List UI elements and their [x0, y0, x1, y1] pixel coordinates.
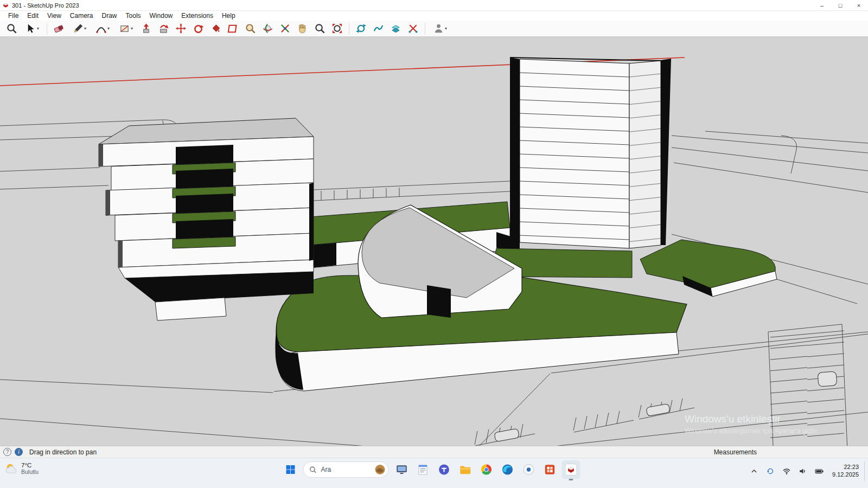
taskbar-app-office[interactable]: [541, 460, 559, 479]
windows-logo-icon: [285, 464, 297, 476]
viewport-canvas[interactable]: [0, 37, 868, 446]
menu-bar: File Edit View Camera Draw Tools Window …: [0, 11, 868, 21]
dropdown-caret-icon[interactable]: ▾: [84, 26, 86, 31]
rotate-view-icon: [355, 23, 367, 34]
menu-extensions[interactable]: Extensions: [177, 12, 217, 20]
paint-bucket-icon: [210, 23, 221, 34]
section-plane-icon: [227, 23, 239, 34]
toolbar-paint-bucket-button[interactable]: [207, 21, 224, 36]
wifi-button[interactable]: [780, 464, 793, 478]
toolbar-push-pull-button[interactable]: [138, 21, 155, 36]
toolbar-rotate-view-button[interactable]: [353, 21, 369, 36]
select-icon: [25, 23, 36, 34]
weather-temperature: 7°C: [21, 462, 39, 468]
menu-file[interactable]: File: [4, 12, 22, 20]
sync-button[interactable]: [764, 464, 777, 478]
toolbar-eraser-button[interactable]: [50, 21, 67, 36]
measurements-input[interactable]: [764, 448, 865, 457]
menu-camera[interactable]: Camera: [66, 12, 97, 20]
weather-condition: Bulutlu: [21, 468, 39, 475]
dropdown-caret-icon[interactable]: ▾: [107, 26, 110, 31]
section-cuts-icon: [407, 23, 419, 34]
system-tray: 22:23 9.12.2025: [748, 461, 867, 481]
pan-icon: [297, 23, 308, 34]
edge-icon: [501, 463, 514, 476]
office-icon: [544, 463, 557, 476]
volume-button[interactable]: [796, 464, 809, 478]
toolbar-orbit-button[interactable]: [259, 21, 276, 36]
menu-edit[interactable]: Edit: [23, 12, 42, 20]
toolbar-zoom-window-button[interactable]: [3, 21, 20, 36]
sync-icon: [765, 466, 775, 476]
toolbar-shapes-button[interactable]: ▾: [114, 21, 137, 36]
zoom-photo-icon: [245, 23, 256, 34]
taskbar-app-chrome[interactable]: [477, 460, 496, 479]
menu-help[interactable]: Help: [218, 12, 239, 20]
search-icon: [309, 466, 317, 474]
toolbar-select-button[interactable]: ▾: [21, 21, 43, 36]
battery-icon: [814, 466, 824, 476]
menu-window[interactable]: Window: [146, 12, 177, 20]
maximize-button[interactable]: □: [831, 0, 850, 11]
clock-date: 9.12.2025: [832, 471, 859, 479]
sketchup-icon: [565, 463, 578, 476]
info-icon[interactable]: i: [15, 448, 23, 456]
taskbar-app-file-explorer[interactable]: [456, 460, 475, 479]
toolbar-move-button[interactable]: [173, 21, 189, 36]
toolbar-position-camera-button[interactable]: [277, 21, 293, 36]
sketchup-logo-icon: [2, 2, 9, 9]
taskbar-clock[interactable]: 22:23 9.12.2025: [832, 464, 859, 479]
chevron-up-button[interactable]: [748, 464, 761, 478]
close-button[interactable]: ×: [850, 0, 868, 11]
walk-icon: [373, 23, 384, 34]
toolbar-scenes-button[interactable]: [387, 21, 404, 36]
toolbar-zoom-extents-button[interactable]: [329, 21, 346, 36]
toolbar-rotate-button[interactable]: [190, 21, 207, 36]
taskbar-search[interactable]: Ara: [303, 461, 389, 478]
toolbar-arc-button[interactable]: ▾: [91, 21, 114, 36]
teams-icon: [438, 463, 451, 476]
search-highlight-icon[interactable]: [374, 464, 386, 476]
menu-draw[interactable]: Draw: [98, 12, 121, 20]
minimize-button[interactable]: –: [813, 0, 831, 11]
zoom-icon: [314, 23, 326, 34]
taskbar-app-notepad[interactable]: [414, 460, 432, 479]
dropdown-caret-icon[interactable]: ▾: [131, 26, 133, 31]
battery-button[interactable]: [813, 464, 826, 478]
toolbar-zoom-photo-button[interactable]: [242, 21, 259, 36]
orbit-icon: [262, 23, 273, 34]
toolbar: ▾▾▾▾▾: [0, 21, 868, 37]
position-camera-icon: [279, 23, 291, 34]
taskbar: 7°C Bulutlu Ara: [0, 458, 868, 488]
menu-view[interactable]: View: [43, 12, 65, 20]
help-icon[interactable]: ?: [3, 448, 11, 456]
clock-time: 22:23: [832, 464, 859, 471]
toolbar-section-plane-button[interactable]: [225, 21, 241, 36]
start-button[interactable]: [282, 461, 299, 478]
viewport[interactable]: Windows'u etkinleştir Windows'u etkinleş…: [0, 37, 868, 446]
taskbar-app-teams[interactable]: [435, 460, 454, 479]
move-icon: [175, 23, 187, 34]
taskbar-app-sketchup[interactable]: [562, 460, 580, 479]
tower-building[interactable]: [491, 57, 671, 278]
taskbar-app-edge[interactable]: [499, 460, 517, 479]
dropdown-caret-icon[interactable]: ▾: [445, 26, 447, 31]
toolbar-line-button[interactable]: ▾: [68, 21, 91, 36]
toolbar-follow-me-button[interactable]: [155, 21, 172, 36]
toolbar-section-cuts-button[interactable]: [405, 21, 422, 36]
scenes-icon: [390, 23, 401, 34]
toolbar-face-me-button[interactable]: ▾: [429, 21, 451, 36]
weather-widget[interactable]: 7°C Bulutlu: [4, 461, 39, 476]
dropdown-caret-icon[interactable]: ▾: [37, 26, 39, 31]
toolbar-pan-button[interactable]: [294, 21, 311, 36]
chrome-icon: [480, 463, 493, 476]
taskbar-app-media-app[interactable]: [520, 460, 538, 479]
taskbar-app-desktop-app[interactable]: [393, 460, 411, 479]
show-desktop-button[interactable]: [864, 461, 867, 481]
toolbar-zoom-button[interactable]: [311, 21, 328, 36]
toolbar-walk-button[interactable]: [370, 21, 387, 36]
arc-icon: [95, 23, 107, 34]
menu-tools[interactable]: Tools: [122, 12, 145, 20]
zoom-extents-icon: [331, 23, 343, 34]
status-bar: ? i Drag in direction to pan Measurement…: [0, 446, 868, 458]
